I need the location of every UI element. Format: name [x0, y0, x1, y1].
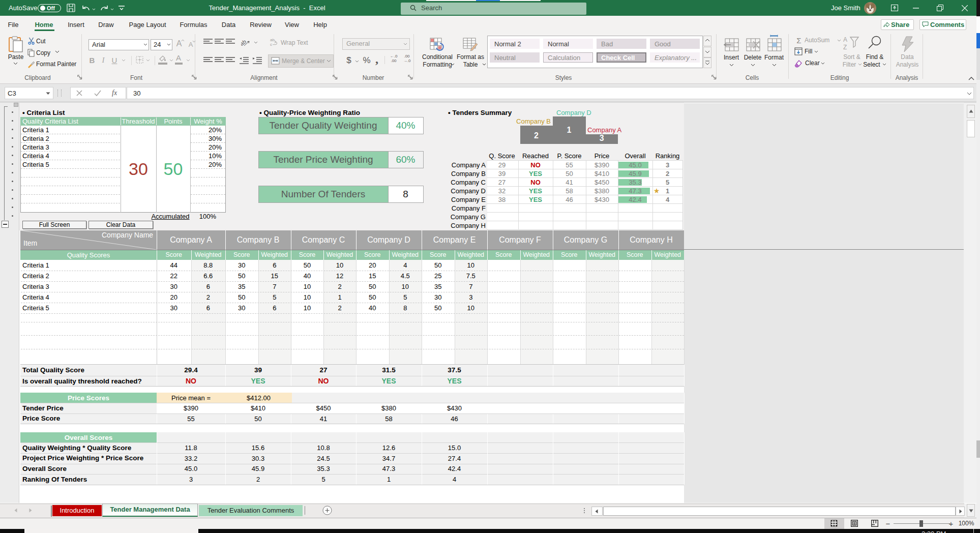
svg-text:ab: ab: [270, 38, 275, 42]
svg-text:Z: Z: [843, 44, 847, 50]
svg-text:A: A: [843, 36, 847, 43]
svg-text:c: c: [270, 42, 272, 46]
